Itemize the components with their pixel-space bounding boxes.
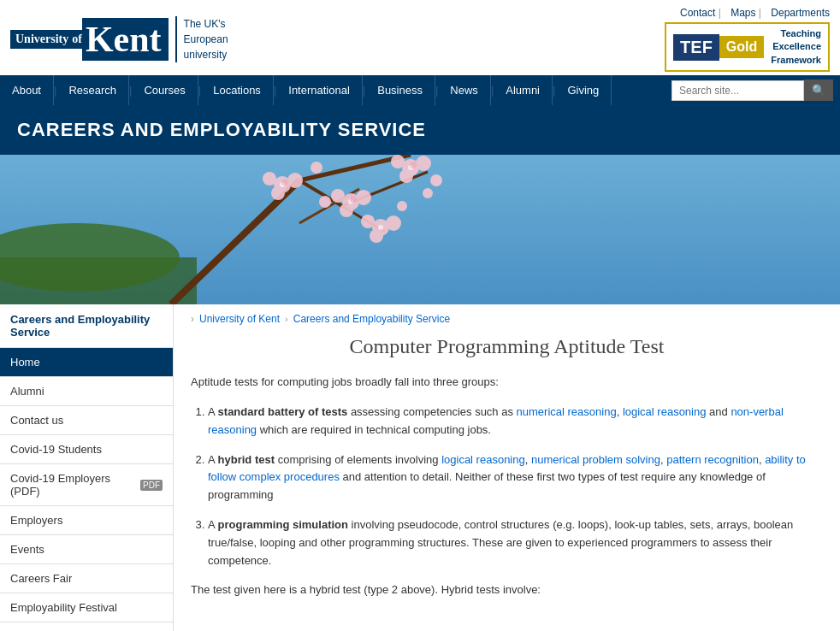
search-button[interactable]: 🔍 xyxy=(804,80,833,101)
list-item-3: A programming simulation involving pseud… xyxy=(208,516,823,569)
svg-point-33 xyxy=(378,225,383,230)
header-right: Contact | Maps | Departments TEF Gold Te… xyxy=(665,7,830,72)
sidebar-item-employability-at-kent[interactable]: Employability at Kent xyxy=(0,622,173,631)
svg-point-20 xyxy=(271,186,285,200)
breadcrumb-ces[interactable]: Careers and Employability Service xyxy=(293,313,450,325)
link-numerical-problem-solving[interactable]: numerical problem solving xyxy=(531,453,660,466)
nav-giving[interactable]: Giving xyxy=(555,75,612,105)
bold-hybrid-test: hybrid test xyxy=(218,453,275,466)
svg-point-18 xyxy=(263,172,276,186)
bold-programming-simulation: programming simulation xyxy=(218,518,348,531)
sidebar-item-alumni[interactable]: Alumni xyxy=(0,377,173,406)
svg-point-25 xyxy=(311,162,322,174)
sidebar-title: Careers and Employability Service xyxy=(0,304,173,348)
link-numerical-reasoning-1[interactable]: numerical reasoning xyxy=(517,405,617,418)
svg-point-26 xyxy=(430,174,442,186)
nav-alumni[interactable]: Alumni xyxy=(494,75,553,105)
bold-standard-battery: standard battery of tests xyxy=(218,405,348,418)
tef-badge: TEF Gold Teaching Excellence Framework xyxy=(665,22,830,72)
top-links: Contact | Maps | Departments xyxy=(673,7,830,19)
main-content: › University of Kent › Careers and Emplo… xyxy=(174,304,840,631)
sidebar-item-careers-fair[interactable]: Careers Fair xyxy=(0,564,173,593)
tef-logo-text: TEF xyxy=(673,34,719,61)
sidebar-item-home[interactable]: Home xyxy=(0,348,173,377)
kent-wordmark: Kent xyxy=(86,20,162,59)
svg-point-35 xyxy=(350,196,357,203)
tef-label: Teaching Excellence Framework xyxy=(771,27,821,67)
maps-link[interactable]: Maps xyxy=(731,7,755,19)
article-intro: Aptitude tests for computing jobs broadl… xyxy=(191,374,823,392)
sidebar-item-contact-us[interactable]: Contact us xyxy=(0,406,173,435)
svg-point-28 xyxy=(319,196,331,208)
nav-international[interactable]: International xyxy=(276,75,363,105)
nav-about[interactable]: About xyxy=(0,75,54,105)
svg-point-15 xyxy=(356,190,371,205)
hero-image xyxy=(0,155,840,304)
breadcrumb-home[interactable]: University of Kent xyxy=(199,313,280,325)
svg-point-23 xyxy=(386,215,401,231)
content-wrapper: Careers and Employability Service Home A… xyxy=(0,304,840,631)
svg-point-12 xyxy=(399,169,413,183)
article-closing-text: The test given here is a hybrid test (ty… xyxy=(191,581,823,599)
university-tagline: The UK's European university xyxy=(184,16,228,62)
svg-point-27 xyxy=(423,188,433,198)
page-title-banner: CAREERS AND EMPLOYABILITY SERVICE xyxy=(0,105,840,155)
svg-point-34 xyxy=(410,162,417,168)
svg-point-10 xyxy=(391,155,405,168)
svg-point-22 xyxy=(361,215,375,228)
page-title: CAREERS AND EMPLOYABILITY SERVICE xyxy=(17,119,823,141)
sidebar-item-events[interactable]: Events xyxy=(0,535,173,564)
nav-research[interactable]: Research xyxy=(56,75,129,105)
list-item-1: A standard battery of tests assessing co… xyxy=(208,404,823,439)
nav-news[interactable]: News xyxy=(438,75,491,105)
svg-point-19 xyxy=(287,173,303,188)
sidebar-item-covid-students[interactable]: Covid-19 Students xyxy=(0,435,173,464)
sidebar-item-employability-festival[interactable]: Employability Festival xyxy=(0,593,173,622)
main-navigation: About | Research | Courses | Locations |… xyxy=(0,75,840,105)
sidebar-item-employers[interactable]: Employers xyxy=(0,506,173,535)
link-logical-reasoning-1[interactable]: logical reasoning xyxy=(623,405,707,418)
contact-link[interactable]: Contact xyxy=(680,7,715,19)
search-input[interactable] xyxy=(671,80,804,101)
link-logical-reasoning-2[interactable]: logical reasoning xyxy=(441,453,525,466)
nav-locations[interactable]: Locations xyxy=(201,75,274,105)
article-title: Computer Programming Aptitude Test xyxy=(191,335,823,358)
svg-point-11 xyxy=(416,156,431,171)
top-header: University of Kent The UK's European uni… xyxy=(0,0,840,75)
tef-grade: Gold xyxy=(719,36,764,58)
svg-point-16 xyxy=(340,203,353,217)
search-form: 🔍 xyxy=(665,75,840,105)
nav-business[interactable]: Business xyxy=(365,75,435,105)
list-item-2: A hybrid test comprising of elements inv… xyxy=(208,451,823,504)
sidebar: Careers and Employability Service Home A… xyxy=(0,304,174,631)
svg-point-36 xyxy=(281,179,288,186)
link-pattern-recognition[interactable]: pattern recognition xyxy=(666,453,759,466)
svg-point-14 xyxy=(331,189,345,203)
departments-link[interactable]: Departments xyxy=(771,7,830,19)
pdf-icon: PDF xyxy=(140,480,163,491)
svg-point-24 xyxy=(370,229,383,243)
article-list: A standard battery of tests assessing co… xyxy=(208,404,823,569)
university-logo: University of Kent The UK's European uni… xyxy=(10,16,228,62)
breadcrumb: › University of Kent › Careers and Emplo… xyxy=(191,304,823,335)
svg-point-29 xyxy=(397,201,407,211)
sidebar-item-covid-employers[interactable]: Covid-19 Employers (PDF) PDF xyxy=(0,464,173,506)
nav-courses[interactable]: Courses xyxy=(132,75,198,105)
